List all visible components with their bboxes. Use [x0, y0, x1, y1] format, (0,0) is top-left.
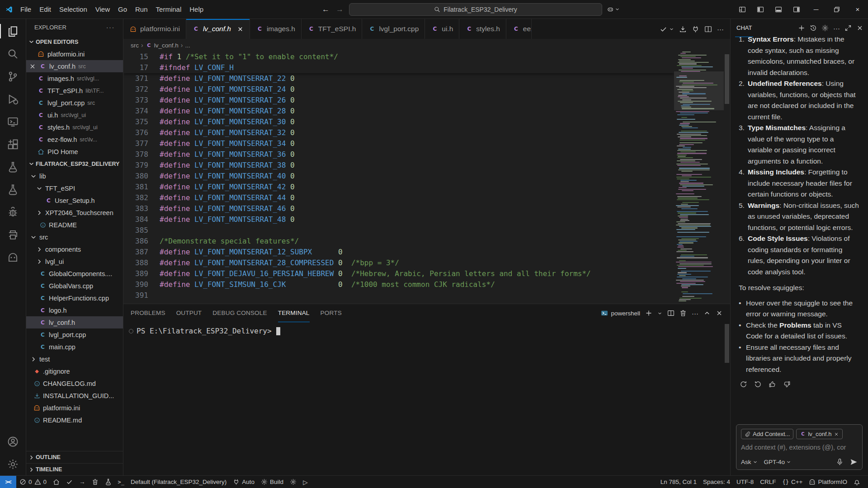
tab-lv-conf-h[interactable]: Clv_conf.h: [186, 19, 250, 39]
editor-more-actions-button[interactable]: ···: [717, 25, 724, 33]
open-editor-images-h[interactable]: Cimages.hsrc\lvgl...: [26, 72, 123, 84]
open-editor-eez-flow-h[interactable]: Ceez-flow.hsrc\lv...: [26, 133, 123, 145]
activity-run-and-debug[interactable]: [0, 88, 26, 110]
minimap-slider[interactable]: [674, 71, 724, 110]
tree-item-readme[interactable]: README: [26, 219, 123, 231]
code-content[interactable]: 15#if 1 /*Set it to "1" to enable conten…: [123, 52, 674, 304]
build-config-selector[interactable]: Build: [258, 476, 287, 488]
pio-clean-button[interactable]: [89, 476, 102, 488]
encoding-button[interactable]: UTF-8: [733, 476, 757, 488]
undo-button[interactable]: [754, 380, 762, 388]
chat-more-actions-button[interactable]: ···: [833, 24, 840, 32]
explorer-more-actions-button[interactable]: ···: [106, 24, 115, 31]
new-chat-button[interactable]: [798, 24, 805, 32]
close-icon[interactable]: [834, 432, 839, 437]
close-icon[interactable]: [29, 63, 36, 70]
tree-item-src[interactable]: src: [26, 231, 123, 243]
tree-item-globalcomponents[interactable]: CGlobalComponents....: [26, 267, 123, 280]
tree-item-components[interactable]: components: [26, 243, 123, 255]
open-editor-pio-home[interactable]: PIO Home: [26, 145, 123, 158]
menu-run[interactable]: Run: [131, 3, 152, 15]
scrollbar-thumb[interactable]: [725, 54, 729, 104]
tree-item-tft-espi[interactable]: TFT_eSPI: [26, 182, 123, 194]
terminal-more-actions-button[interactable]: ···: [692, 310, 698, 317]
tree-item-changelog-md[interactable]: CHANGELOG.md: [26, 377, 123, 389]
activity-explorer[interactable]: [0, 20, 26, 42]
eol-button[interactable]: CRLF: [757, 476, 779, 488]
split-terminal-button[interactable]: [667, 310, 675, 317]
toggle-panel-button[interactable]: [769, 0, 788, 19]
serial-monitor-button[interactable]: [692, 25, 699, 33]
activity-search[interactable]: [0, 42, 26, 65]
tab-lvgl-port-cpp[interactable]: Clvgl_port.cpp: [362, 19, 425, 39]
platformio-status-button[interactable]: PlatformIO: [806, 476, 850, 488]
code-editor[interactable]: 15#if 1 /*Set it to "1" to enable conten…: [123, 52, 730, 304]
tab-platformio-ini[interactable]: platformio.ini: [123, 19, 186, 39]
notifications-button[interactable]: [850, 476, 863, 488]
kill-terminal-button[interactable]: [679, 310, 687, 317]
thumbs-up-button[interactable]: [769, 380, 776, 388]
activity-pio-debug[interactable]: [0, 201, 26, 223]
tab-tft-espi-h[interactable]: CTFT_eSPI.h: [302, 19, 363, 39]
tab-ui-h[interactable]: Cui.h: [425, 19, 459, 39]
add-context-button[interactable]: Add Context...: [741, 429, 793, 439]
close-panel-button[interactable]: [716, 310, 723, 317]
chat-input-field[interactable]: Add context (#), extensions (@), cor: [741, 444, 858, 451]
pio-upload-button[interactable]: →: [76, 476, 89, 488]
tab-eez-flow-h[interactable]: Ceez-flow.h: [506, 19, 532, 39]
pio-build-button[interactable]: [63, 476, 76, 488]
terminal-content[interactable]: PS E:\Filatrack_ESP32_Delivery>: [123, 322, 730, 475]
minimize-button[interactable]: ─: [806, 0, 826, 19]
remote-indicator-button[interactable]: ><: [0, 476, 16, 488]
close-chat-button[interactable]: [856, 24, 863, 32]
tree-item-user-setup-h[interactable]: CUser_Setup.h: [26, 194, 123, 206]
maximize-panel-icon[interactable]: [703, 310, 711, 317]
activity-remote-explorer[interactable]: [0, 110, 26, 133]
tree-item-lv-conf-h[interactable]: Clv_conf.h: [26, 316, 123, 328]
chevron-down-icon[interactable]: [669, 27, 674, 32]
tree-item-logo-h[interactable]: Clogo.h: [26, 304, 123, 316]
restore-button[interactable]: [826, 0, 847, 19]
open-editor-lvgl-port-cpp[interactable]: Clvgl_port.cppsrc: [26, 97, 123, 109]
tree-item-test[interactable]: test: [26, 353, 123, 365]
regenerate-button[interactable]: [740, 380, 747, 388]
context-chip-current-file[interactable]: C lv_conf.h: [796, 429, 843, 439]
tree-item-globalvars-cpp[interactable]: CGlobalVars.cpp: [26, 280, 123, 292]
tree-item-readme-md[interactable]: README.md: [26, 414, 123, 426]
tree-item-helperfunctions-cpp[interactable]: CHelperFunctions.cpp: [26, 292, 123, 304]
indentation-button[interactable]: Spaces: 4: [700, 476, 733, 488]
activity-testing[interactable]: [0, 155, 26, 178]
open-chat-in-editor-button[interactable]: [844, 24, 852, 32]
pio-home-button[interactable]: [50, 476, 63, 488]
tree-item-lvgl-port-cpp[interactable]: Clvgl_port.cpp: [26, 328, 123, 341]
open-editor-tft-espi-h[interactable]: CTFT_eSPI.hlib\TF...: [26, 84, 123, 97]
thumbs-down-button[interactable]: [783, 380, 791, 388]
activity-manage[interactable]: [0, 453, 26, 475]
minimap[interactable]: [674, 52, 724, 304]
menu-view[interactable]: View: [91, 3, 114, 15]
toggle-secondary-sidebar-button[interactable]: [788, 0, 806, 19]
tree-item-lvgl-ui[interactable]: lvgl_ui: [26, 255, 123, 267]
pio-port-selector[interactable]: Auto: [230, 476, 258, 488]
pio-build-check-button[interactable]: [660, 25, 667, 33]
cursor-position-button[interactable]: Ln 785, Col 1: [657, 476, 700, 488]
activity-platformio-home[interactable]: [0, 246, 26, 268]
panel-tab-ports[interactable]: PORTS: [321, 304, 342, 322]
panel-tab-terminal[interactable]: TERMINAL: [278, 304, 310, 322]
menu-terminal[interactable]: Terminal: [152, 3, 186, 15]
breadcrumb-folder[interactable]: src: [131, 42, 139, 49]
new-terminal-button[interactable]: [645, 310, 652, 317]
menu-go[interactable]: Go: [114, 3, 131, 15]
chat-history-button[interactable]: [810, 24, 817, 32]
timeline-header[interactable]: TIMELINE: [26, 463, 123, 475]
open-editor-ui-h[interactable]: Cui.hsrc\lvgl_ui: [26, 109, 123, 121]
activity-extensions[interactable]: [0, 133, 26, 155]
split-editor-button[interactable]: [704, 25, 712, 33]
model-selector[interactable]: GPT-4o: [764, 459, 792, 465]
back-arrow-icon[interactable]: ←: [321, 5, 330, 14]
toggle-primary-sidebar-button[interactable]: [751, 0, 769, 19]
menu-edit[interactable]: Edit: [35, 3, 55, 15]
chat-mode-selector[interactable]: Ask: [741, 459, 758, 465]
activity-source-control[interactable]: [0, 65, 26, 88]
pio-serial-monitor-button[interactable]: >_: [115, 476, 127, 488]
